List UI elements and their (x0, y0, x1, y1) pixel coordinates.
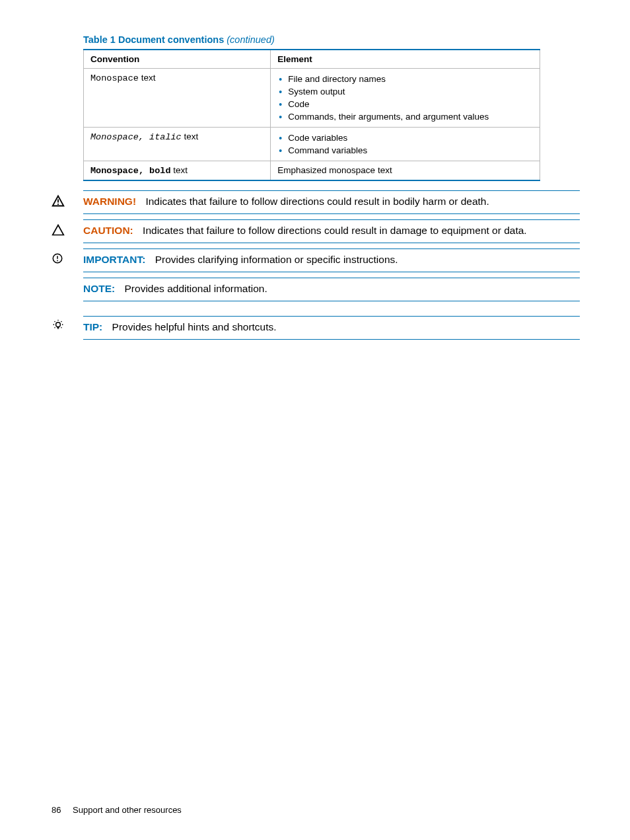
warning-admonition: WARNING! Indicates that failure to follo… (83, 190, 580, 214)
header-element: Element (271, 50, 540, 69)
tip-admonition: TIP: Provides helpful hints and shortcut… (83, 316, 580, 340)
plain-text: text (182, 132, 199, 141)
cell-convention: Monospace, italic text (84, 128, 271, 161)
table-row: Monospace, bold text Emphasized monospac… (84, 161, 540, 181)
list-item: Command variables (288, 144, 533, 157)
svg-point-1 (57, 204, 59, 205)
conventions-table: Convention Element Monospace text File a… (83, 49, 540, 181)
svg-point-13 (54, 327, 55, 328)
list-item: Code variables (288, 132, 533, 144)
table-row: Monospace, italic text Code variables Co… (84, 128, 540, 161)
note-admonition: NOTE: Provides additional information. (83, 278, 580, 301)
important-label: IMPORTANT: (83, 254, 145, 265)
caution-label: CAUTION: (83, 225, 133, 236)
svg-point-9 (53, 324, 55, 325)
caption-bold: Table 1 Document conventions (83, 34, 224, 45)
important-text: Provides clarifying information or speci… (155, 254, 398, 265)
cell-element: Code variables Command variables (271, 128, 540, 161)
warning-icon (52, 194, 66, 209)
page-footer: 86 Support and other resources (52, 805, 182, 815)
svg-point-12 (61, 321, 62, 322)
cell-convention: Monospace, bold text (84, 161, 271, 181)
plain-text: text (171, 165, 188, 175)
table-caption: Table 1 Document conventions (continued) (83, 34, 580, 45)
warning-text: Indicates that failure to follow directi… (145, 196, 489, 207)
footer-section: Support and other resources (73, 805, 182, 815)
page-number: 86 (52, 805, 61, 815)
mono-bold-text: Monospace, bold (90, 166, 171, 176)
tip-text: Provides helpful hints and shortcuts. (112, 321, 277, 332)
cell-element: File and directory names System output C… (271, 69, 540, 128)
svg-point-10 (62, 324, 63, 325)
list-item: File and directory names (288, 73, 533, 85)
table-header-row: Convention Element (84, 50, 540, 69)
caption-italic: (continued) (227, 34, 275, 45)
svg-point-8 (57, 319, 59, 321)
cell-convention: Monospace text (84, 69, 271, 128)
mono-text: Monospace (90, 73, 139, 83)
caution-text: Indicates that failure to follow directi… (143, 225, 527, 236)
list-item: System output (288, 85, 533, 98)
svg-point-14 (61, 327, 62, 328)
list-item: Code (288, 98, 533, 110)
tip-icon (52, 319, 66, 333)
mono-italic-text: Monospace, italic (90, 132, 182, 142)
table-row: Monospace text File and directory names … (84, 69, 540, 128)
note-text: Provides additional information. (125, 283, 267, 294)
header-convention: Convention (84, 50, 271, 69)
caution-admonition: CAUTION: Indicates that failure to follo… (83, 219, 580, 243)
svg-point-4 (57, 260, 58, 261)
cell-element: Emphasized monospace text (271, 161, 540, 181)
warning-label: WARNING! (83, 196, 136, 207)
important-icon (52, 252, 66, 267)
note-label: NOTE: (83, 283, 115, 294)
caution-icon (52, 223, 66, 238)
plain-text: text (139, 73, 156, 83)
svg-point-5 (56, 323, 61, 327)
svg-point-11 (54, 321, 55, 322)
important-admonition: IMPORTANT: Provides clarifying informati… (83, 248, 580, 272)
list-item: Commands, their arguments, and argument … (288, 110, 533, 123)
tip-label: TIP: (83, 321, 102, 332)
